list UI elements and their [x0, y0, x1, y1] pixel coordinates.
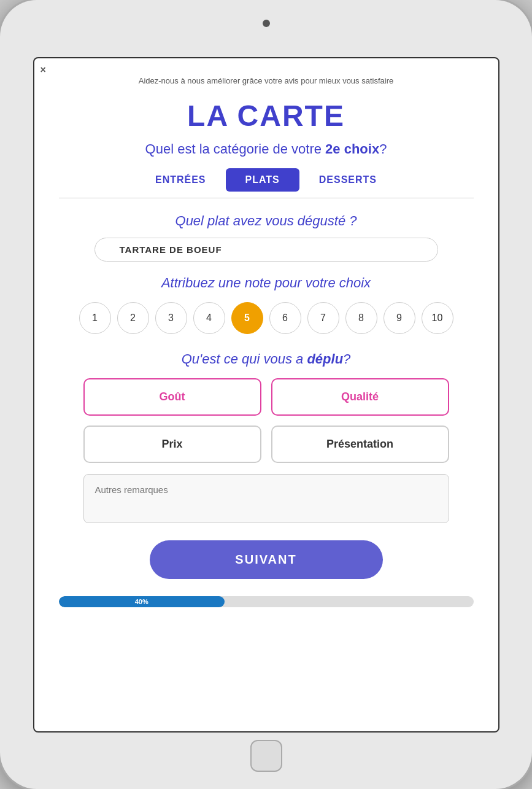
rating-6[interactable]: 6: [269, 302, 301, 334]
question1-normal: Quel est la catégorie de votre: [145, 141, 326, 157]
question1-bold: 2e choix: [325, 141, 379, 157]
question4-bold: déplu: [307, 351, 343, 367]
tablet-camera: [263, 20, 270, 27]
suivant-button[interactable]: SUIVANT: [150, 540, 383, 579]
tab-plats[interactable]: PLATS: [226, 168, 299, 192]
dislike-choices: Goût Qualité Prix Présentation: [83, 378, 449, 463]
rating-10[interactable]: 10: [422, 302, 453, 334]
tab-entrees[interactable]: ENTRÉES: [136, 168, 226, 192]
rating-1[interactable]: 1: [79, 302, 111, 334]
choice-qualite[interactable]: Qualité: [271, 378, 449, 416]
rating-row: 1 2 3 4 5 6 7 8 9 10: [34, 302, 498, 334]
choice-gout[interactable]: Goût: [83, 378, 261, 416]
question4-end: ?: [343, 351, 350, 367]
rating-7[interactable]: 7: [307, 302, 339, 334]
rating-8[interactable]: 8: [345, 302, 377, 334]
close-button[interactable]: ×: [40, 64, 46, 76]
subtitle-text: Aidez-nous à nous améliorer grâce votre …: [34, 58, 498, 93]
rating-9[interactable]: 9: [384, 302, 415, 334]
question4-normal: Qu'est ce qui vous a: [182, 351, 307, 367]
question3-text: Attribuez une note pour votre choix: [34, 275, 498, 291]
dish-value[interactable]: TARTARE DE BOEUF: [94, 238, 438, 262]
question4-text: Qu'est ce qui vous a déplu?: [34, 351, 498, 367]
rating-2[interactable]: 2: [117, 302, 149, 334]
choice-presentation[interactable]: Présentation: [271, 426, 449, 463]
rating-3[interactable]: 3: [155, 302, 187, 334]
rating-5[interactable]: 5: [231, 302, 263, 334]
tablet-device: × Aidez-nous à nous améliorer grâce votr…: [0, 0, 532, 789]
question1-text: Quel est la catégorie de votre 2e choix?: [34, 141, 498, 157]
divider: [59, 198, 474, 198]
category-tabs: ENTRÉES PLATS DESSERTS: [34, 168, 498, 192]
choice-prix[interactable]: Prix: [83, 426, 261, 463]
main-title: LA CARTE: [34, 99, 498, 133]
progress-bar-fill: 40%: [59, 596, 225, 607]
rating-4[interactable]: 4: [193, 302, 225, 334]
tab-desserts[interactable]: DESSERTS: [299, 168, 396, 192]
dish-selector: TARTARE DE BOEUF: [34, 238, 498, 262]
remarks-input[interactable]: [83, 474, 449, 523]
question1-end: ?: [379, 141, 387, 157]
progress-bar-container: 40%: [59, 596, 474, 607]
question2-text: Quel plat avez vous dégusté ?: [34, 213, 498, 229]
progress-label: 40%: [135, 598, 148, 605]
tablet-screen: × Aidez-nous à nous améliorer grâce votr…: [33, 57, 499, 733]
tablet-home-button[interactable]: [250, 740, 282, 772]
